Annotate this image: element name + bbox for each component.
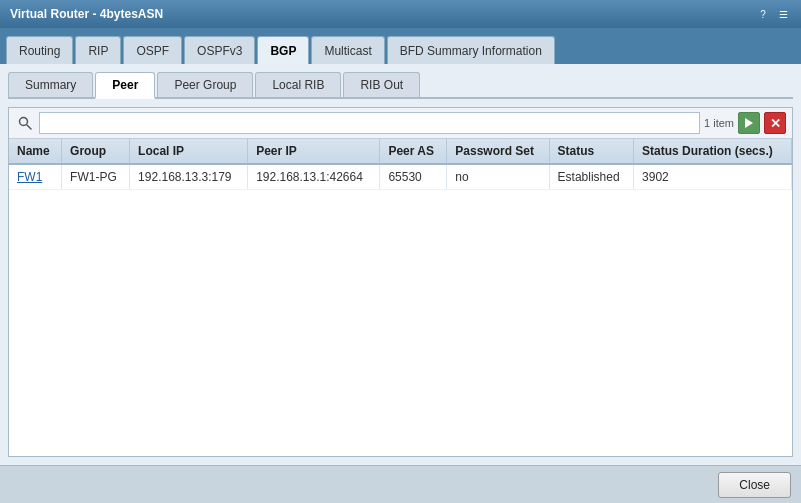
tab-rip[interactable]: RIP [75,36,121,64]
peer-table: Name Group Local IP Peer IP Peer AS Pass… [9,139,792,190]
search-bar: 1 item ✕ [9,108,792,139]
svg-point-0 [20,118,28,126]
item-count: 1 item [704,117,734,129]
search-icon [15,113,35,133]
title-bar-icons: ? ☰ [755,6,791,22]
table-header-row: Name Group Local IP Peer IP Peer AS Pass… [9,139,792,164]
svg-line-1 [27,125,31,129]
window-title: Virtual Router - 4bytesASN [10,7,163,21]
col-header-name: Name [9,139,62,164]
search-clear-button[interactable]: ✕ [764,112,786,134]
search-input[interactable] [39,112,700,134]
cell-name[interactable]: FW1 [9,164,62,190]
col-header-local-ip: Local IP [130,139,248,164]
cell-peer-ip: 192.168.13.1:42664 [248,164,380,190]
tab-bgp[interactable]: BGP [257,36,309,64]
cell-status: Established [549,164,633,190]
tab-ospfv3[interactable]: OSPFv3 [184,36,255,64]
tab-multicast[interactable]: Multicast [311,36,384,64]
tab-bfd[interactable]: BFD Summary Information [387,36,555,64]
col-header-status: Status [549,139,633,164]
col-header-status-duration: Status Duration (secs.) [634,139,792,164]
subtab-peer-group[interactable]: Peer Group [157,72,253,97]
content-area: Summary Peer Peer Group Local RIB RIB Ou… [0,64,801,465]
cell-peer-as: 65530 [380,164,447,190]
subtab-rib-out[interactable]: RIB Out [343,72,420,97]
search-go-button[interactable] [738,112,760,134]
table-container: 1 item ✕ Name Group Local IP Peer IP Pee… [8,107,793,457]
subtab-peer[interactable]: Peer [95,72,155,99]
sub-tabs: Summary Peer Peer Group Local RIB RIB Ou… [8,72,793,99]
table-scroll-area: Name Group Local IP Peer IP Peer AS Pass… [9,139,792,456]
close-button[interactable]: Close [718,472,791,498]
tab-ospf[interactable]: OSPF [123,36,182,64]
subtab-local-rib[interactable]: Local RIB [255,72,341,97]
col-header-password-set: Password Set [447,139,549,164]
title-bar: Virtual Router - 4bytesASN ? ☰ [0,0,801,28]
cell-password-set: no [447,164,549,190]
col-header-peer-as: Peer AS [380,139,447,164]
tab-routing[interactable]: Routing [6,36,73,64]
subtab-summary[interactable]: Summary [8,72,93,97]
cell-group: FW1-PG [62,164,130,190]
cell-local-ip: 192.168.13.3:179 [130,164,248,190]
col-header-group: Group [62,139,130,164]
cell-status-duration: 3902 [634,164,792,190]
help-icon[interactable]: ? [755,6,771,22]
col-header-peer-ip: Peer IP [248,139,380,164]
info-icon[interactable]: ☰ [775,6,791,22]
table-row: FW1 FW1-PG 192.168.13.3:179 192.168.13.1… [9,164,792,190]
svg-marker-2 [745,118,753,128]
main-tabs: Routing RIP OSPF OSPFv3 BGP Multicast BF… [0,28,801,64]
footer: Close [0,465,801,503]
